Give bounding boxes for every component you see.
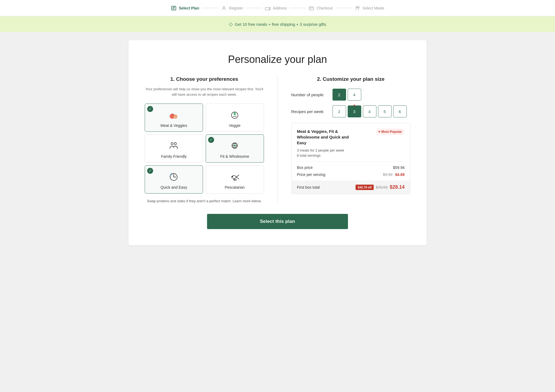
step-address[interactable]: Address [265,5,287,11]
promo-banner: ◇ Get 10 free meals + free shipping + 3 … [0,16,555,32]
promo-icon: ◇ [229,21,233,27]
box-price-value: $59.94 [393,165,405,170]
top-navigation: Select Plan Register Address [0,0,555,16]
preferences-section: 1. Choose your preferences Your preferen… [145,76,278,203]
preferences-subtitle: Your preferences will help us show you t… [145,86,264,97]
per-serving-row: Price per serving $9.99 $4.69 [297,172,405,177]
recipes-label: Recipes per week [291,109,329,114]
pescatarian-icon [209,171,261,183]
people-btn-group: 2 4 [333,89,361,101]
step-select-plan-label: Select Plan [179,6,199,10]
svg-point-15 [171,143,173,145]
step-select-meals[interactable]: Select Meals [354,5,384,11]
popular-heart-badge: ♥ [353,104,355,107]
svg-rect-6 [309,7,314,10]
svg-point-25 [234,179,234,180]
customize-title: 2. Customize your plan size [291,76,411,82]
recipes-btn-group: 2 ♥ 3 4 5 6 [333,105,407,117]
veggie-icon [209,109,261,121]
quick-easy-icon [148,171,200,183]
pref-label-quick-easy: Quick and Easy [160,185,187,189]
svg-point-24 [232,176,233,177]
family-friendly-icon [148,140,200,152]
recipes-btn-5[interactable]: 5 [378,105,392,117]
pref-check-fit-wholesome: ✓ [208,137,214,143]
box-price-row: Box price $59.94 [297,165,405,170]
summary-header: Meat & Veggies, Fit & Wholesome and Quic… [297,128,405,146]
address-icon [265,5,271,11]
recipes-btn-4[interactable]: 4 [363,105,376,117]
pref-card-pescatarian[interactable]: ✓ Pescatarian [206,165,264,194]
select-meals-icon [354,5,360,11]
pref-label-veggie: Veggie [229,123,241,128]
step-checkout[interactable]: Checkout [308,5,333,11]
people-btn-2[interactable]: 2 [333,89,346,101]
pref-label-family-friendly: Family Friendly [161,154,187,159]
most-popular-heart: ♥ [378,130,380,134]
svg-point-16 [174,143,176,145]
nav-divider-1 [202,8,218,8]
per-serving-discounted: $4.69 [395,172,405,177]
pref-check-meat-veggies: ✓ [147,106,153,112]
first-box-final: $28.14 [390,184,405,190]
pref-card-quick-easy[interactable]: ✓ Quick and Easy [145,165,203,194]
step-address-label: Address [273,6,287,10]
total-row: First box total $42.79 off $70.93 $28.14 [292,181,410,194]
recipes-btn-2[interactable]: 2 [333,105,346,117]
two-column-layout: 1. Choose your preferences Your preferen… [145,76,410,203]
svg-rect-5 [265,7,269,10]
most-popular-label: Most Popular [381,130,402,134]
people-btn-4[interactable]: 4 [348,89,361,101]
preferences-title: 1. Choose your preferences [145,76,264,82]
recipes-btn-6[interactable]: 6 [393,105,407,117]
first-box-prices: $42.79 off $70.93 $28.14 [356,184,405,190]
meat-veggies-icon [148,109,200,121]
pref-check-quick-easy: ✓ [147,168,153,174]
register-icon [221,5,227,11]
select-plan-button[interactable]: Select this plan [207,214,348,229]
main-content: Personalize your plan 1. Choose your pre… [128,40,427,245]
pref-card-family-friendly[interactable]: ✓ Family Friendly [145,134,203,163]
svg-point-4 [223,7,225,8]
first-box-original: $70.93 [376,185,388,189]
page-title: Personalize your plan [145,54,410,65]
pref-card-veggie[interactable]: ✓ Veggie [206,104,264,132]
step-register[interactable]: Register [221,5,243,11]
fit-wholesome-icon [209,140,261,152]
discount-badge: $42.79 off [356,185,374,190]
per-serving-prices: $9.99 $4.69 [383,172,405,177]
pref-label-pescatarian: Pescatarian [225,185,245,189]
step-select-meals-label: Select Meals [363,6,384,10]
summary-plan-name: Meat & Veggies, Fit & Wholesome and Quic… [297,128,357,146]
step-select-plan[interactable]: Select Plan [171,5,199,11]
pref-card-fit-wholesome[interactable]: ✓ Fit & Wholesome [206,134,264,163]
step-register-label: Register [229,6,243,10]
swap-note: Swap proteins and sides if they aren't a… [145,199,264,203]
pref-label-meat-veggies: Meat & Veggies [160,123,187,128]
preference-grid: ✓ Meat & Veggies ✓ [145,104,264,194]
plan-summary-box: Meat & Veggies, Fit & Wholesome and Quic… [291,123,411,194]
people-label: Number of people [291,92,329,97]
servings-desc: 6 total servings [297,153,405,158]
checkout-icon [308,5,314,11]
most-popular-badge: ♥ Most Popular [376,128,405,135]
pref-label-fit-wholesome: Fit & Wholesome [220,154,249,159]
select-plan-icon [171,5,177,11]
nav-divider-2 [246,8,262,8]
nav-divider-3 [289,8,306,8]
people-option-row: Number of people 2 4 [291,89,411,101]
pref-card-meat-veggies[interactable]: ✓ Meat & Veggies [145,104,203,132]
promo-text: Get 10 free meals + free shipping + 3 su… [235,22,326,27]
cta-section: Select this plan [145,214,410,229]
recipes-option-row: Recipes per week 2 ♥ 3 4 5 6 [291,105,411,117]
meals-desc: 3 meals for 2 people per week [297,148,405,152]
nav-divider-4 [335,8,352,8]
box-price-label: Box price [297,165,313,170]
customize-section: 2. Customize your plan size Number of pe… [278,76,411,203]
summary-divider [297,161,405,162]
first-box-label: First box total [297,185,320,189]
per-serving-label: Price per serving [297,172,325,177]
step-checkout-label: Checkout [317,6,333,10]
recipes-btn-3[interactable]: ♥ 3 [348,105,361,117]
per-serving-original: $9.99 [383,172,392,177]
